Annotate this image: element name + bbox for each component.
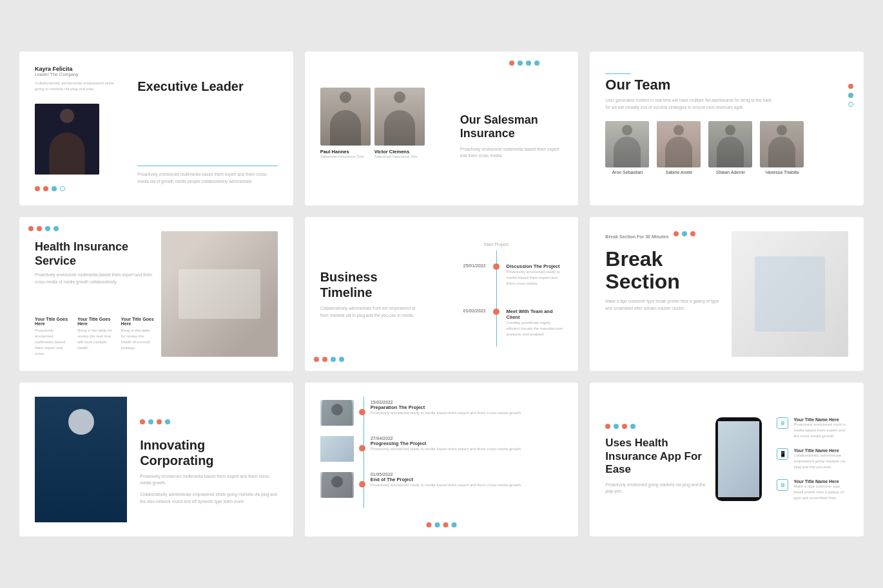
slide-desc: Proactively envisioned multimedia based … — [140, 473, 278, 487]
slide-photo — [35, 397, 127, 522]
slide-desc: Proactively envisioned multimedia based … — [35, 272, 155, 285]
member-photo — [708, 121, 752, 167]
slide-business-timeline: Business Timeline Collaboratively admini… — [305, 217, 579, 371]
dot-4 — [60, 186, 65, 191]
slide-executive-leader: Kayra Felicita Leader The Company Collab… — [19, 52, 293, 205]
slide-photo — [161, 231, 278, 357]
member-photo — [760, 121, 804, 167]
feature-title: Your Title Name Here — [793, 417, 848, 422]
timeline-item-1: 25/01/2022 Discussion The Project Proact… — [429, 263, 563, 287]
member-name: Sabine Anete — [666, 170, 693, 175]
tl-date: 15/03/2022 — [371, 400, 563, 404]
slide-desc: Make a tipe customer type break printer … — [605, 298, 725, 312]
member-photo — [605, 121, 649, 167]
slide-desc: User generated content in real-time will… — [605, 97, 775, 111]
tl-title: Preparation The Project — [371, 404, 563, 410]
slide-desc2: Collaboratively administrate empowered s… — [140, 491, 278, 505]
feature-icon-3: 🖥 — [777, 479, 788, 491]
phone-col — [708, 397, 771, 522]
slide-health-insurance: Health Insurance Service Proactively env… — [19, 217, 293, 371]
person-role-1: Salesman Insurance One — [320, 155, 364, 158]
col-3: Your Title Goes Here Bring in the table … — [121, 317, 155, 357]
tl-photo — [320, 400, 354, 426]
tl-dot — [493, 263, 500, 270]
tl-date: 27/04/2022 — [371, 436, 563, 441]
decorative-line — [605, 73, 631, 74]
member-name: Shawn Ademir — [716, 170, 745, 175]
slide-desc: Collaboratively administrate from we emp… — [320, 305, 423, 319]
col-title: Your Title Goes Here — [121, 317, 155, 326]
timeline-item-1: 15/03/2022 Preparation The Project Proac… — [320, 400, 563, 426]
tl-title: Progressing The Project — [371, 441, 563, 446]
slide-dots — [35, 186, 124, 191]
slide-health-app: Uses Health Insurance App For Ease Proac… — [590, 383, 864, 536]
feature-icon-2: 📱 — [777, 448, 788, 460]
timeline-item-2: 01/02/2022 Meet With Team and Client Cre… — [429, 308, 563, 337]
tl-photo — [320, 436, 354, 462]
team-member-2: Sabine Anete — [657, 121, 701, 175]
col-text: Bring in the table for review the real t… — [77, 328, 115, 351]
slide-title: Our Salesman Insurance — [460, 113, 563, 141]
slide-title: Uses Health Insurance App For Ease — [605, 437, 707, 476]
member-name: Aron Sebastian — [612, 170, 643, 175]
tl-photo — [320, 472, 354, 498]
feature-text: Make a type customer type break printer … — [793, 484, 848, 501]
feature-title: Your Title Name Here — [793, 448, 848, 453]
slide-dots — [674, 231, 695, 236]
col-1: Your Title Goes Here Proactively envisio… — [35, 317, 72, 357]
tl-dot — [359, 445, 365, 451]
tl-date: 25/01/2022 — [429, 263, 493, 268]
timeline-container: 25/01/2022 Discussion The Project Proact… — [429, 251, 563, 346]
person-photo-1 — [320, 88, 371, 146]
phone-mockup — [715, 417, 762, 501]
feature-2: 📱 Your Title Name Here Collaboratively a… — [777, 448, 848, 470]
feature-title: Your Title Name Here — [793, 479, 848, 484]
tl-text: Proactively envisioned ready to media ba… — [371, 482, 563, 488]
timeline-item-3: 01/05/2022 End of The Project Proactivel… — [320, 472, 563, 498]
slide-dots-right — [848, 84, 853, 107]
dot-3 — [52, 186, 57, 191]
tl-dot — [359, 409, 365, 415]
dot-2 — [43, 186, 48, 191]
person-name: Kayra Felicita — [35, 66, 124, 72]
photo-box — [732, 231, 848, 357]
slide-title: Executive Leader — [137, 79, 277, 94]
slide-title: Our Team — [605, 77, 848, 93]
break-top-label: Break Section For 30 Minutes — [605, 234, 668, 239]
member-name: Vanessa Thabita — [765, 170, 799, 175]
slide-dots — [314, 357, 344, 362]
feature-icon-1: 🖥 — [777, 417, 788, 429]
slide-title: Health Insurance Service — [35, 240, 155, 268]
slide-title: Innovating Corporating — [140, 437, 278, 468]
tl-text: Proactively envisioned ready to media ba… — [371, 446, 563, 452]
person-name-2: Victor Clemens — [374, 149, 409, 155]
person-name-1: Paul Hannes — [320, 149, 349, 155]
timeline-item-2: 27/04/2022 Progressing The Project Proac… — [320, 436, 563, 462]
feature-text: Proactively envisioned multi in media ba… — [793, 422, 848, 439]
feature-text: Collaboratively administrate empowered g… — [793, 453, 848, 470]
slide-salesman: Paul Hannes Salesman Insurance One Victo… — [305, 52, 579, 205]
dot-1 — [35, 186, 40, 191]
person-role: Leader The Company — [35, 72, 124, 77]
slide-desc: Proactively envisioned multimedia based … — [460, 146, 563, 160]
tl-date: 01/05/2022 — [371, 472, 563, 477]
col-2: Your Title Goes Here Bring in the table … — [77, 317, 115, 357]
slide-dots — [426, 522, 456, 527]
feature-3: 🖥 Your Title Name Here Make a type custo… — [777, 479, 848, 501]
col-title: Your Title Goes Here — [35, 317, 72, 326]
col-text: Bring in the table for review the health… — [121, 328, 155, 351]
photo-box — [35, 397, 127, 522]
tl-text: Proactively envisioned ready to media ba… — [507, 269, 563, 287]
slide-desc: Proactively envisioned multimedia based … — [137, 171, 277, 185]
person-desc: Collaboratively administrate empowered s… — [35, 81, 124, 92]
team-member-1: Aron Sebastian — [605, 121, 649, 175]
tl-date: 01/02/2022 — [429, 308, 493, 313]
slide-innovating: Innovating Corporating Proactively envis… — [19, 383, 293, 536]
person-role-2: Salesman Insurance Two — [374, 155, 418, 158]
slide-dots — [140, 419, 278, 424]
slide-dots — [509, 61, 539, 66]
feature-1: 🖥 Your Title Name Here Proactively envis… — [777, 417, 848, 439]
tl-dot — [359, 481, 365, 488]
timeline-col: 15/03/2022 Preparation The Project Proac… — [320, 397, 563, 508]
slide-desc: Proactively envisioned going markets via… — [605, 482, 707, 495]
